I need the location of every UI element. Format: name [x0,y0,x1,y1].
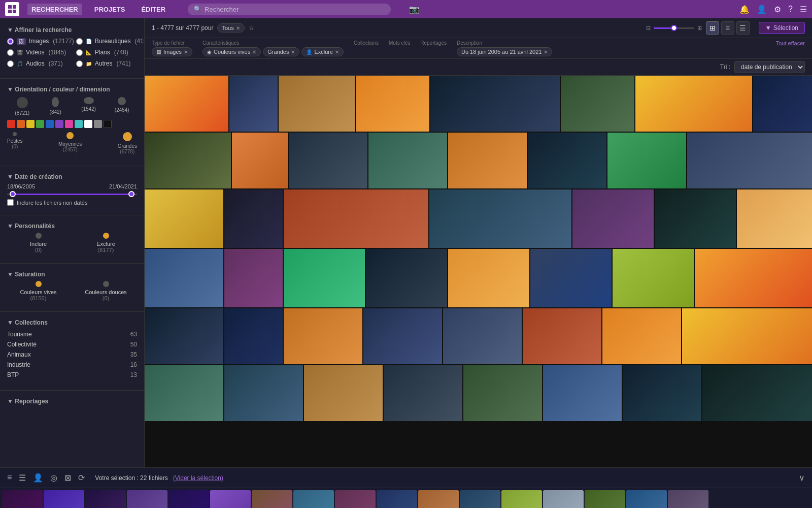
thumb-2-2[interactable] [232,133,288,188]
clear-selection-link[interactable]: (Vider la sélection) [173,474,223,482]
swatch-purple[interactable] [55,120,63,128]
tag-couleurs-vives[interactable]: ◉ Couleurs vives ✕ [202,47,261,56]
zoom-slider[interactable] [654,27,694,29]
thumb-1-7[interactable] [635,76,752,132]
search-input[interactable] [205,6,385,13]
sel-thumb-5[interactable] [168,490,209,508]
filetype-images[interactable]: 🖼 Images (12177) [7,37,74,46]
thumb-5-4[interactable] [363,308,442,364]
personality-exclude[interactable]: Exclure (8177) [75,233,137,253]
saturation-title[interactable]: ▼ Saturation [7,271,137,278]
collection-collectivite[interactable]: Collectivité 50 [7,339,137,350]
thumb-4-5[interactable] [448,249,529,307]
clear-all-button[interactable]: Tout effacer [776,40,805,46]
thumb-4-2[interactable] [224,249,283,307]
nav-editer[interactable]: ÉDITER [137,4,170,15]
sel-thumb-10[interactable] [377,490,417,508]
sel-thumb-6[interactable] [210,490,251,508]
history-icon[interactable]: ⟳ [78,473,85,483]
thumb-4-4[interactable] [366,249,447,307]
sel-thumb-11[interactable] [418,490,459,508]
thumb-4-6[interactable] [530,249,612,307]
swatch-white[interactable] [84,120,92,128]
orient-square[interactable]: (2454) [107,97,138,116]
thumb-6-4[interactable] [384,365,462,421]
thumb-6-8[interactable] [702,365,812,421]
thumb-5-7[interactable] [602,308,681,364]
tag-images-close[interactable]: ✕ [184,49,188,55]
thumb-6-2[interactable] [224,365,303,421]
thumb-2-6[interactable] [528,133,606,188]
sel-thumb-15[interactable] [585,490,625,508]
sat-soft[interactable]: Couleurs douces (0) [75,281,137,301]
thumb-6-6[interactable] [543,365,622,421]
thumb-2-5[interactable] [448,133,527,188]
filetype-bureautiques[interactable]: 📄 Bureautiques (415) [76,37,145,46]
tag-tous[interactable]: Tous ✕ [217,23,244,33]
user-bottom-icon[interactable]: 👤 [33,473,43,483]
thumb-1-1[interactable] [145,76,228,132]
sel-thumb-4[interactable] [127,490,167,508]
thumb-3-3[interactable] [284,189,428,248]
thumb-1-2[interactable] [229,76,278,132]
thumb-6-3[interactable] [304,365,383,421]
app-logo[interactable] [5,2,19,16]
swatch-pink[interactable] [65,120,73,128]
thumb-4-8[interactable] [695,249,812,307]
help-icon[interactable]: ? [788,5,793,14]
thumb-1-3[interactable] [279,76,355,132]
tag-grandes[interactable]: Grandes ✕ [263,47,299,56]
thumb-1-4[interactable] [356,76,429,132]
thumb-3-1[interactable] [145,189,223,248]
tag-exclure[interactable]: 👤 Exclure ✕ [301,47,344,56]
sel-thumb-2[interactable] [44,490,84,508]
sel-thumb-17[interactable] [668,490,708,508]
filetype-autres[interactable]: 📁 Autres (741) [76,59,145,68]
thumb-3-5[interactable] [572,189,654,248]
thumb-5-6[interactable] [523,308,601,364]
thumb-1-6[interactable] [561,76,634,132]
thumb-4-3[interactable] [284,249,365,307]
orientation-title[interactable]: ▼ Orientation / couleur / dimension [7,86,137,93]
thumb-1-8[interactable] [753,76,812,132]
tag-grandes-close[interactable]: ✕ [291,49,295,55]
thumb-6-7[interactable] [623,365,701,421]
thumb-6-1[interactable] [145,365,223,421]
filetype-audios[interactable]: 🎵 Audios (371) [7,59,74,68]
nav-rechercher[interactable]: RECHERCHER [27,4,82,15]
sel-thumb-14[interactable] [543,490,584,508]
camera-icon[interactable]: 📷 [409,5,419,14]
view-list-btn[interactable]: ≡ [721,21,734,35]
thumb-2-3[interactable] [289,133,367,188]
swatch-red[interactable] [7,120,15,128]
thumb-2-4[interactable] [368,133,447,188]
tag-description-date-close[interactable]: ✕ [544,49,548,55]
date-slider[interactable] [7,194,137,195]
collection-tourisme[interactable]: Tourisme 63 [7,329,137,339]
thumb-1-5[interactable] [430,76,560,132]
sel-thumb-13[interactable] [501,490,542,508]
tag-couleurs-vives-close[interactable]: ✕ [252,49,256,55]
sel-thumb-9[interactable] [335,490,376,508]
include-undated[interactable]: Inclure les fichiers non datés [7,199,137,206]
search-bar[interactable]: 🔍 [188,4,391,15]
swatch-black[interactable] [104,120,112,128]
swatch-green[interactable] [36,120,44,128]
thumb-5-2[interactable] [224,308,283,364]
swatch-cyan[interactable] [75,120,83,128]
view-detail-btn[interactable]: ☰ [736,21,750,35]
swatch-orange[interactable] [17,120,25,128]
thumb-3-7[interactable] [737,189,812,248]
sel-thumb-3[interactable] [85,490,126,508]
settings-icon[interactable]: ⚙ [774,5,781,14]
thumb-5-8[interactable] [682,308,812,364]
nav-projets[interactable]: PROJETS [90,4,129,15]
thumb-5-3[interactable] [284,308,362,364]
sel-thumb-8[interactable] [293,490,334,508]
sel-thumb-1[interactable] [2,490,43,508]
user-icon[interactable]: 👤 [757,5,767,14]
size-large[interactable]: Grandes (6778) [118,132,137,154]
sel-thumb-12[interactable] [460,490,500,508]
notification-icon[interactable]: 🔔 [739,5,750,14]
collection-btp[interactable]: BTP 13 [7,370,137,380]
